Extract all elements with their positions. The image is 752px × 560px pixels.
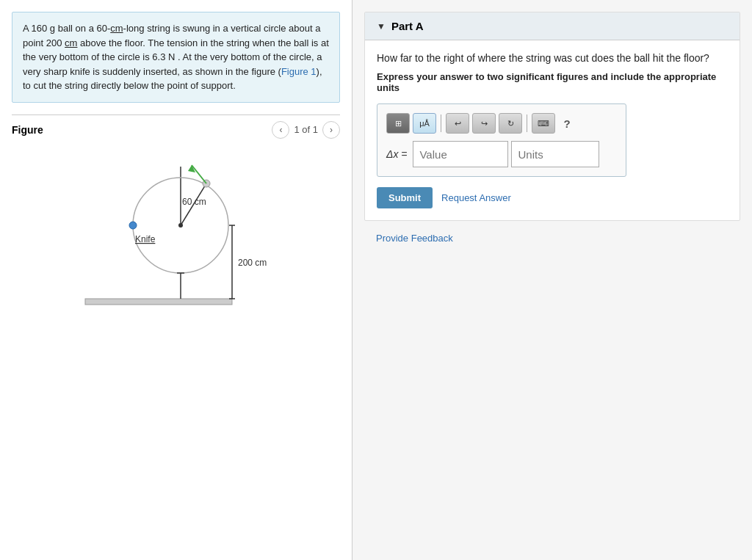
toolbar-separator-1 (441, 114, 441, 132)
keyboard-icon: ⌨ (538, 119, 549, 128)
figure-link[interactable]: Figure 1 (281, 66, 317, 77)
help-button[interactable]: ? (558, 117, 576, 130)
redo-button[interactable]: ↪ (472, 113, 496, 134)
figure-nav: ‹ 1 of 1 › (272, 121, 340, 139)
answer-box: ⊞ μÅ ↩ ↪ ↻ (377, 103, 626, 177)
part-a-title: Part A (391, 20, 424, 32)
delta-x-label: Δx = (386, 148, 407, 160)
mu-button[interactable]: μÅ (413, 113, 436, 134)
part-content: How far to the right of where the string… (365, 40, 740, 220)
value-input[interactable] (413, 141, 508, 167)
toolbar: ⊞ μÅ ↩ ↪ ↻ (386, 113, 617, 134)
action-row: Submit Request Answer (377, 187, 728, 208)
figure-next-button[interactable]: › (322, 121, 340, 139)
provide-feedback-link[interactable]: Provide Feedback (376, 233, 728, 244)
figure-canvas: 60 cm Knife 200 cm (12, 145, 335, 321)
part-section: ▼ Part A How far to the right of where t… (364, 12, 740, 221)
refresh-icon: ↻ (507, 119, 514, 128)
svg-rect-0 (85, 299, 232, 305)
problem-text-box: A 160 g ball on a 60-cm-long string is s… (12, 12, 340, 103)
symbol-button[interactable]: ⊞ (386, 113, 410, 134)
figure-svg: 60 cm Knife 200 cm (12, 145, 335, 321)
question-text: How far to the right of where the string… (377, 52, 728, 64)
part-collapse-icon[interactable]: ▼ (377, 21, 386, 32)
svg-text:60 cm: 60 cm (182, 197, 206, 207)
figure-prev-button[interactable]: ‹ (272, 121, 289, 139)
svg-text:200 cm: 200 cm (238, 258, 267, 268)
symbol-icon: ⊞ (395, 119, 402, 128)
figure-title: Figure (12, 124, 43, 136)
refresh-button[interactable]: ↻ (499, 113, 522, 134)
undo-button[interactable]: ↩ (446, 113, 469, 134)
redo-icon: ↪ (481, 119, 488, 128)
instruction-text: Express your answer to two significant f… (377, 71, 728, 93)
undo-icon: ↩ (455, 119, 461, 128)
submit-button[interactable]: Submit (377, 187, 433, 208)
keyboard-button[interactable]: ⌨ (532, 113, 555, 134)
svg-point-12 (129, 222, 137, 229)
part-header: ▼ Part A (365, 12, 740, 40)
svg-text:Knife: Knife (135, 234, 156, 244)
mu-icon: μÅ (419, 119, 430, 128)
figure-header: Figure ‹ 1 of 1 › (12, 121, 340, 139)
problem-text-content: A 160 g ball on a 60-cm-long string is s… (23, 23, 329, 91)
right-panel: ▼ Part A How far to the right of where t… (352, 0, 752, 560)
request-answer-link[interactable]: Request Answer (441, 192, 511, 203)
input-row: Δx = (386, 141, 617, 167)
svg-point-7 (178, 223, 183, 228)
toolbar-separator-2 (527, 114, 527, 132)
units-input[interactable] (511, 141, 599, 167)
figure-section: Figure ‹ 1 of 1 › (12, 114, 340, 321)
figure-count: 1 of 1 (294, 124, 318, 135)
left-panel: A 160 g ball on a 60-cm-long string is s… (0, 0, 352, 560)
